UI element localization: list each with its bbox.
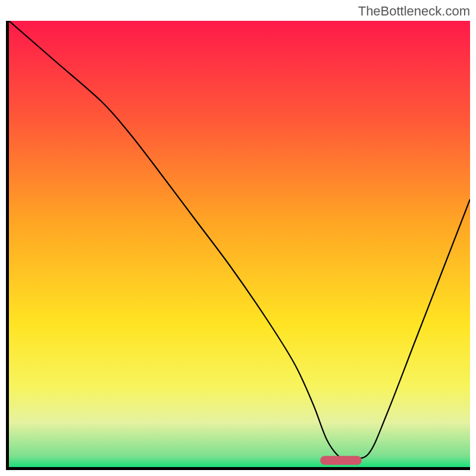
optimal-range-marker — [320, 456, 362, 465]
watermark-text: TheBottleneck.com — [358, 4, 470, 19]
plot-area — [9, 21, 470, 467]
chart-svg — [9, 21, 470, 467]
gradient-background — [9, 21, 470, 467]
chart-container: TheBottleneck.com — [0, 0, 476, 476]
